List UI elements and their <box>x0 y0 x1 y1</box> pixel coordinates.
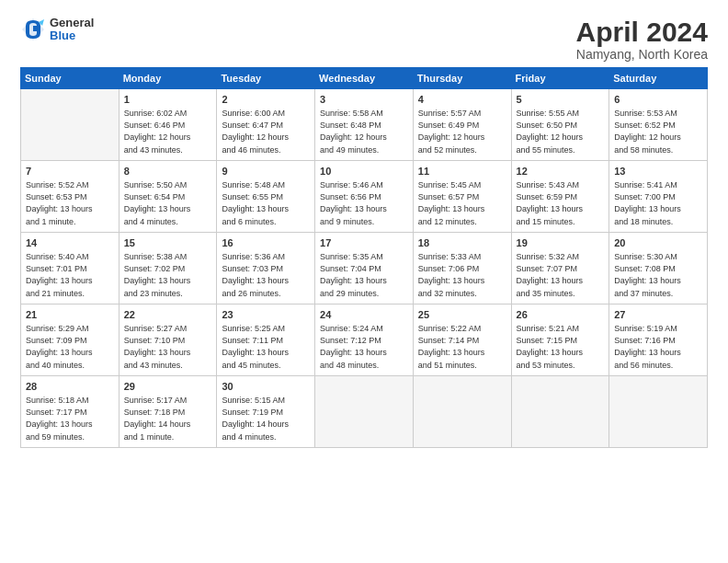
calendar-week-4: 21Sunrise: 5:29 AM Sunset: 7:09 PM Dayli… <box>21 304 708 376</box>
day-info: Sunrise: 5:17 AM Sunset: 7:18 PM Dayligh… <box>124 395 213 442</box>
calendar-week-2: 7Sunrise: 5:52 AM Sunset: 6:53 PM Daylig… <box>21 161 708 233</box>
calendar-cell-w5-d6 <box>511 376 609 448</box>
header-thursday: Thursday <box>413 68 511 89</box>
day-number: 2 <box>222 93 311 107</box>
day-info: Sunrise: 6:02 AM Sunset: 6:46 PM Dayligh… <box>124 108 213 155</box>
day-info: Sunrise: 5:43 AM Sunset: 6:59 PM Dayligh… <box>517 179 606 227</box>
day-number: 11 <box>418 165 507 178</box>
logo-text: General Blue <box>50 17 94 43</box>
day-number: 15 <box>124 236 213 250</box>
day-info: Sunrise: 5:35 AM Sunset: 7:04 PM Dayligh… <box>320 251 409 299</box>
calendar-body: 1Sunrise: 6:02 AM Sunset: 6:46 PM Daylig… <box>21 89 708 448</box>
day-number: 24 <box>320 308 409 322</box>
calendar-subtitle: Namyang, North Korea <box>576 47 708 62</box>
day-number: 10 <box>320 165 409 178</box>
day-info: Sunrise: 5:27 AM Sunset: 7:10 PM Dayligh… <box>124 323 213 371</box>
calendar-cell-w4-d2: 22Sunrise: 5:27 AM Sunset: 7:10 PM Dayli… <box>119 304 217 376</box>
day-number: 9 <box>222 165 311 178</box>
calendar-week-5: 28Sunrise: 5:18 AM Sunset: 7:17 PM Dayli… <box>21 376 708 448</box>
day-number: 13 <box>614 165 703 178</box>
calendar-week-3: 14Sunrise: 5:40 AM Sunset: 7:01 PM Dayli… <box>21 233 708 304</box>
calendar-cell-w5-d2: 29Sunrise: 5:17 AM Sunset: 7:18 PM Dayli… <box>119 376 217 448</box>
day-info: Sunrise: 6:00 AM Sunset: 6:47 PM Dayligh… <box>222 108 311 155</box>
calendar-cell-w2-d7: 13Sunrise: 5:41 AM Sunset: 7:00 PM Dayli… <box>609 161 708 233</box>
calendar-cell-w2-d2: 8Sunrise: 5:50 AM Sunset: 6:54 PM Daylig… <box>119 161 217 233</box>
day-number: 5 <box>517 93 606 107</box>
day-number: 6 <box>614 93 703 107</box>
calendar-cell-w4-d1: 21Sunrise: 5:29 AM Sunset: 7:09 PM Dayli… <box>21 304 119 376</box>
calendar-cell-w2-d1: 7Sunrise: 5:52 AM Sunset: 6:53 PM Daylig… <box>21 161 119 233</box>
day-number: 4 <box>418 93 507 107</box>
calendar-cell-w3-d3: 16Sunrise: 5:36 AM Sunset: 7:03 PM Dayli… <box>217 233 315 304</box>
calendar-cell-w2-d6: 12Sunrise: 5:43 AM Sunset: 6:59 PM Dayli… <box>511 161 609 233</box>
day-info: Sunrise: 5:45 AM Sunset: 6:57 PM Dayligh… <box>418 179 507 227</box>
day-number: 28 <box>26 380 115 394</box>
header-monday: Monday <box>119 68 217 89</box>
calendar-cell-w1-d7: 6Sunrise: 5:53 AM Sunset: 6:52 PM Daylig… <box>609 89 708 161</box>
day-info: Sunrise: 5:21 AM Sunset: 7:15 PM Dayligh… <box>517 323 606 371</box>
day-info: Sunrise: 5:19 AM Sunset: 7:16 PM Dayligh… <box>614 323 703 371</box>
day-info: Sunrise: 5:30 AM Sunset: 7:08 PM Dayligh… <box>614 251 703 299</box>
header-saturday: Saturday <box>609 68 708 89</box>
calendar-header: Sunday Monday Tuesday Wednesday Thursday… <box>21 68 708 89</box>
calendar-cell-w4-d7: 27Sunrise: 5:19 AM Sunset: 7:16 PM Dayli… <box>609 304 708 376</box>
day-number: 12 <box>517 165 606 178</box>
day-number: 26 <box>517 308 606 322</box>
day-info: Sunrise: 5:25 AM Sunset: 7:11 PM Dayligh… <box>222 323 311 371</box>
day-number: 8 <box>124 165 213 178</box>
logo-blue-text: Blue <box>50 29 94 42</box>
header-row: Sunday Monday Tuesday Wednesday Thursday… <box>21 68 708 89</box>
calendar-cell-w1-d1 <box>21 89 119 161</box>
day-number: 25 <box>418 308 507 322</box>
calendar-cell-w3-d2: 15Sunrise: 5:38 AM Sunset: 7:02 PM Dayli… <box>119 233 217 304</box>
day-info: Sunrise: 5:41 AM Sunset: 7:00 PM Dayligh… <box>614 179 703 227</box>
day-number: 29 <box>124 380 213 394</box>
calendar-cell-w2-d3: 9Sunrise: 5:48 AM Sunset: 6:55 PM Daylig… <box>217 161 315 233</box>
calendar-cell-w5-d3: 30Sunrise: 5:15 AM Sunset: 7:19 PM Dayli… <box>217 376 315 448</box>
day-info: Sunrise: 5:48 AM Sunset: 6:55 PM Dayligh… <box>222 179 311 227</box>
day-number: 1 <box>124 93 213 107</box>
calendar-week-1: 1Sunrise: 6:02 AM Sunset: 6:46 PM Daylig… <box>21 89 708 161</box>
calendar-table: Sunday Monday Tuesday Wednesday Thursday… <box>20 67 708 448</box>
header: General Blue April 2024 Namyang, North K… <box>20 17 708 62</box>
calendar-cell-w1-d6: 5Sunrise: 5:55 AM Sunset: 6:50 PM Daylig… <box>511 89 609 161</box>
header-sunday: Sunday <box>21 68 119 89</box>
day-info: Sunrise: 5:50 AM Sunset: 6:54 PM Dayligh… <box>124 179 213 227</box>
day-info: Sunrise: 5:53 AM Sunset: 6:52 PM Dayligh… <box>614 108 703 155</box>
day-info: Sunrise: 5:33 AM Sunset: 7:06 PM Dayligh… <box>418 251 507 299</box>
day-number: 23 <box>222 308 311 322</box>
calendar-cell-w1-d5: 4Sunrise: 5:57 AM Sunset: 6:49 PM Daylig… <box>413 89 511 161</box>
day-info: Sunrise: 5:55 AM Sunset: 6:50 PM Dayligh… <box>517 108 606 155</box>
day-info: Sunrise: 5:36 AM Sunset: 7:03 PM Dayligh… <box>222 251 311 299</box>
calendar-cell-w5-d7 <box>609 376 708 448</box>
calendar-cell-w5-d5 <box>413 376 511 448</box>
day-info: Sunrise: 5:58 AM Sunset: 6:48 PM Dayligh… <box>320 108 409 155</box>
day-info: Sunrise: 5:38 AM Sunset: 7:02 PM Dayligh… <box>124 251 213 299</box>
calendar-cell-w4-d3: 23Sunrise: 5:25 AM Sunset: 7:11 PM Dayli… <box>217 304 315 376</box>
header-wednesday: Wednesday <box>315 68 414 89</box>
day-info: Sunrise: 5:40 AM Sunset: 7:01 PM Dayligh… <box>26 251 115 299</box>
day-number: 18 <box>418 236 507 250</box>
calendar-cell-w1-d3: 2Sunrise: 6:00 AM Sunset: 6:47 PM Daylig… <box>217 89 315 161</box>
day-number: 20 <box>614 236 703 250</box>
header-tuesday: Tuesday <box>217 68 315 89</box>
calendar-cell-w1-d2: 1Sunrise: 6:02 AM Sunset: 6:46 PM Daylig… <box>119 89 217 161</box>
day-number: 7 <box>26 165 115 178</box>
title-block: April 2024 Namyang, North Korea <box>576 17 708 62</box>
calendar-title: April 2024 <box>576 17 708 47</box>
header-friday: Friday <box>511 68 609 89</box>
calendar-cell-w5-d1: 28Sunrise: 5:18 AM Sunset: 7:17 PM Dayli… <box>21 376 119 448</box>
day-info: Sunrise: 5:57 AM Sunset: 6:49 PM Dayligh… <box>418 108 507 155</box>
day-number: 17 <box>320 236 409 250</box>
calendar-cell-w4-d4: 24Sunrise: 5:24 AM Sunset: 7:12 PM Dayli… <box>315 304 414 376</box>
day-info: Sunrise: 5:29 AM Sunset: 7:09 PM Dayligh… <box>26 323 115 371</box>
day-number: 19 <box>517 236 606 250</box>
day-info: Sunrise: 5:46 AM Sunset: 6:56 PM Dayligh… <box>320 179 409 227</box>
logo: General Blue <box>20 17 94 43</box>
calendar-cell-w4-d5: 25Sunrise: 5:22 AM Sunset: 7:14 PM Dayli… <box>413 304 511 376</box>
logo-general-text: General <box>50 17 94 29</box>
day-number: 21 <box>26 308 115 322</box>
logo-icon <box>20 17 46 42</box>
calendar-cell-w2-d4: 10Sunrise: 5:46 AM Sunset: 6:56 PM Dayli… <box>315 161 414 233</box>
day-info: Sunrise: 5:52 AM Sunset: 6:53 PM Dayligh… <box>26 179 115 227</box>
